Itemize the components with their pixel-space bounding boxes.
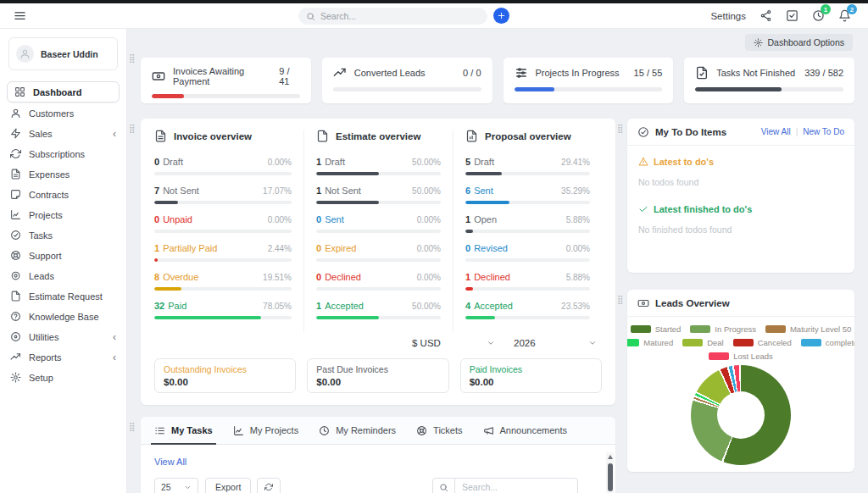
sidebar-item[interactable]: Dashboard — [7, 81, 120, 102]
drag-handle[interactable]: ⣿ — [129, 125, 135, 133]
notifications-button[interactable]: 2 — [838, 9, 851, 22]
todo-icon[interactable] — [786, 9, 798, 22]
drag-handle[interactable]: ⣿ — [617, 296, 623, 304]
progress-track — [316, 258, 441, 262]
page-size-select[interactable]: 25 — [154, 478, 198, 493]
sidebar-item[interactable]: Setup — [0, 368, 126, 387]
sidebar-item[interactable]: Projects — [0, 205, 126, 224]
sidebar-item-icon — [14, 86, 25, 97]
sidebar-item[interactable]: Sales ‹ — [0, 124, 126, 143]
tab-label: Announcements — [500, 425, 568, 435]
stat-card[interactable]: Converted Leads 0 / 0 — [322, 58, 492, 103]
overview-status-link[interactable]: Declined — [325, 272, 361, 282]
legend-item[interactable]: completed — [801, 338, 854, 347]
overview-status-link[interactable]: Not Sent — [325, 186, 361, 196]
overview-status-link[interactable]: Sent — [325, 214, 344, 224]
user-card[interactable]: Baseer Uddin — [8, 37, 118, 70]
drag-handle[interactable]: ⣿ — [129, 54, 135, 63]
sidebar-item-label: Customers — [29, 108, 74, 119]
legend-item[interactable]: Maturity Level 50 — [765, 324, 851, 334]
overview-status-link[interactable]: Paid — [168, 301, 186, 311]
progress-fill — [465, 172, 502, 175]
global-search[interactable] — [298, 8, 487, 25]
overview-status-link[interactable]: Unpaid — [163, 214, 192, 224]
sidebar-item[interactable]: Estimate Request — [0, 286, 126, 306]
sidebar-item[interactable]: Tasks — [0, 225, 126, 245]
tab[interactable]: My Tasks — [154, 417, 213, 444]
sidebar-item-icon — [10, 311, 21, 322]
sidebar-item-icon — [10, 189, 21, 200]
stat-card[interactable]: Projects In Progress 15 / 55 — [504, 58, 674, 103]
share-icon[interactable] — [760, 9, 772, 22]
overview-status-link[interactable]: Accepted — [325, 301, 364, 311]
legend-item[interactable]: In Progress — [690, 324, 756, 334]
legend-label: Started — [655, 324, 682, 334]
legend-item[interactable]: Canceled — [733, 338, 792, 347]
year-select[interactable]: 2026 — [509, 335, 602, 351]
overview-status-link[interactable]: Accepted — [474, 301, 513, 311]
quick-create-button[interactable] — [493, 8, 509, 24]
overview-status-link[interactable]: Expired — [325, 243, 356, 253]
export-button[interactable]: Export — [205, 478, 251, 493]
refresh-button[interactable] — [257, 478, 281, 493]
overview-row: 5 Draft 29.41% — [465, 157, 590, 175]
sidebar-item[interactable]: Contracts — [0, 185, 126, 204]
overview-percent: 2.44% — [268, 244, 292, 253]
sidebar-item[interactable]: Knowledge Base — [0, 307, 126, 326]
legend-item[interactable]: Started — [631, 324, 682, 334]
menu-icon[interactable] — [14, 9, 26, 22]
scrollbar-thumb[interactable] — [608, 463, 613, 491]
tasks-search[interactable] — [432, 478, 578, 493]
sidebar-item[interactable]: Reports ‹ — [0, 347, 126, 367]
sidebar-item[interactable]: Subscriptions — [0, 144, 126, 163]
overviews-widget: Invoice overview 0 Draft 0.00% — [141, 119, 615, 405]
new-todo-link[interactable]: New To Do — [803, 127, 844, 136]
tasks-view-all-link[interactable]: View All — [154, 457, 186, 467]
overview-status-link[interactable]: Draft — [325, 157, 345, 167]
overview-status-link[interactable]: Draft — [474, 157, 494, 167]
drag-handle[interactable]: ⣿ — [129, 423, 135, 431]
tab[interactable]: My Reminders — [319, 417, 396, 444]
tasks-search-input[interactable] — [455, 482, 565, 492]
progress-fill — [316, 316, 379, 319]
scrollbar[interactable] — [606, 452, 614, 493]
drag-handle[interactable]: ⣿ — [617, 125, 623, 133]
overview-status-link[interactable]: Partially Paid — [163, 243, 217, 253]
overview-count: 1 — [316, 186, 321, 196]
sidebar-item[interactable]: Leads — [0, 266, 126, 285]
sidebar-item[interactable]: Support — [0, 246, 126, 265]
leads-donut[interactable] — [691, 365, 791, 465]
stat-card[interactable]: Invoices Awaiting Payment 9 / 41 — [141, 58, 311, 103]
currency-select[interactable]: $ USD — [407, 335, 500, 351]
overview-percent: 0.00% — [417, 273, 441, 282]
reminders-button[interactable]: 1 — [812, 9, 825, 22]
todo-view-all-link[interactable]: View All — [761, 127, 791, 136]
overview-status-link[interactable]: Revised — [474, 243, 508, 253]
tab[interactable]: My Projects — [233, 417, 298, 444]
overview-status-link[interactable]: Draft — [163, 157, 183, 167]
legend-item[interactable]: Lost Leads — [709, 352, 772, 361]
sidebar-item[interactable]: Expenses — [0, 164, 126, 184]
sidebar-item[interactable]: Customers — [0, 103, 126, 123]
scroll-up-arrow[interactable] — [608, 455, 613, 459]
sidebar-item[interactable]: Utilities ‹ — [0, 327, 126, 346]
search-icon — [306, 12, 315, 21]
stat-card[interactable]: Tasks Not Finished 339 / 582 — [684, 58, 854, 103]
settings-link[interactable]: Settings — [710, 11, 746, 21]
todo-widget: My To Do Items View All | New To Do Late… — [627, 119, 854, 273]
overview-status-link[interactable]: Overdue — [163, 272, 198, 282]
overview-count: 0 — [154, 157, 159, 167]
summary-label: Paid Invoices — [470, 364, 593, 374]
tab[interactable]: Tickets — [416, 417, 462, 444]
progress-fill — [465, 230, 473, 233]
tab[interactable]: Announcements — [483, 417, 568, 444]
global-search-input[interactable] — [320, 11, 480, 21]
legend-item[interactable]: Deal — [682, 338, 724, 347]
progress-fill — [465, 316, 495, 319]
overview-status-link[interactable]: Declined — [474, 272, 510, 282]
dashboard-options-button[interactable]: Dashboard Options — [745, 34, 853, 51]
legend-item[interactable]: Matured — [627, 338, 673, 347]
overview-status-link[interactable]: Sent — [474, 186, 493, 196]
overview-status-link[interactable]: Not Sent — [163, 186, 199, 196]
overview-status-link[interactable]: Open — [474, 214, 497, 224]
